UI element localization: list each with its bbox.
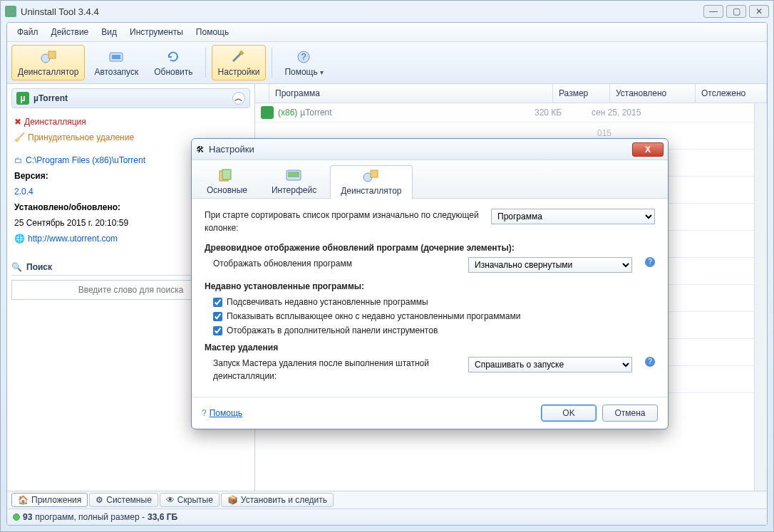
cancel-button[interactable]: Отмена [602, 405, 658, 422]
table-row[interactable]: (x86) µTorrent 320 КБ сен 25, 2015 [255, 103, 754, 122]
chk-highlight[interactable]: Подсвечивать недавно установленные прогр… [213, 296, 655, 308]
titlebar[interactable]: Uninstall Tool 3.4.4 — ▢ ✕ [1, 1, 773, 22]
toolbar-separator [205, 48, 206, 78]
tab-install-track[interactable]: 📦Установить и следить [221, 493, 334, 507]
sidebar-path[interactable]: C:\Program Files (x86)\uTorrent [26, 155, 145, 165]
svg-rect-3 [112, 55, 120, 59]
maximize-button[interactable]: ▢ [726, 5, 746, 18]
window-title: Uninstall Tool 3.4.4 [21, 6, 703, 17]
app-icon [5, 6, 16, 17]
dialog-tabs: Основные Интерфейс Деинсталлятор [192, 160, 668, 199]
version-label: Версия: [14, 171, 48, 181]
wizard-select[interactable]: Спрашивать о запуске [468, 357, 632, 372]
chk-extra-panel[interactable]: Отображать в дополнительной панели инстр… [213, 324, 655, 337]
help-link-icon: ? [202, 408, 207, 418]
hidden-icon: 👁 [166, 495, 175, 505]
col-installed[interactable]: Установлено [610, 84, 696, 103]
ok-button[interactable]: OK [541, 405, 597, 422]
col-size[interactable]: Размер [553, 84, 610, 103]
row-size: 320 КБ [535, 108, 592, 118]
status-mid: программ, полный размер - [35, 512, 145, 522]
sidebar-header[interactable]: µ µTorrent ︿ [11, 88, 250, 108]
collapse-icon[interactable]: ︿ [232, 92, 245, 105]
toolbar: Деинсталлятор Автозапуск Обновить Настро… [7, 42, 767, 84]
status-led-icon [13, 513, 20, 521]
menu-file[interactable]: Файл [11, 26, 44, 38]
menu-tools[interactable]: Инструменты [124, 26, 189, 38]
sort-select[interactable]: Программа [491, 209, 655, 224]
col-tracked[interactable]: Отслежено [696, 84, 767, 103]
toolbar-autorun[interactable]: Автозапуск [88, 45, 145, 80]
dialog-tab-general[interactable]: Основные [196, 165, 258, 198]
dialog-title: Настройки [209, 144, 254, 155]
help-badge-icon[interactable]: ? [645, 257, 655, 267]
globe-icon: 🌐 [14, 234, 25, 244]
toolbar-settings-label: Настройки [218, 67, 260, 77]
toolbar-refresh[interactable]: Обновить [148, 45, 199, 80]
tab-system[interactable]: ⚙Системные [89, 493, 158, 507]
menu-action[interactable]: Действие [46, 26, 95, 38]
statusbar: 93 программ, полный размер - 33,6 ГБ [7, 508, 767, 525]
dialog-close-button[interactable]: X [632, 142, 664, 157]
menu-view[interactable]: Вид [96, 26, 123, 38]
sidebar-url[interactable]: http://www.utorrent.com [28, 234, 118, 244]
dialog-icon: 🛠 [196, 145, 205, 155]
minimize-button[interactable]: — [703, 5, 723, 18]
autorun-icon [106, 48, 126, 66]
tab-hidden[interactable]: 👁Скрытые [160, 493, 220, 507]
gear-icon: ⚙ [96, 495, 103, 505]
help-icon: ? [294, 48, 314, 66]
help-badge-icon-2[interactable]: ? [645, 357, 655, 367]
wizard-label: Запуск Мастера удаления после выполнения… [205, 357, 460, 382]
chk-popup[interactable]: Показывать всплывающее окно с недавно ус… [213, 310, 655, 323]
toolbar-refresh-label: Обновить [154, 67, 192, 77]
tab-applications[interactable]: 🏠Приложения [11, 493, 88, 507]
toolbar-uninstaller-label: Деинсталлятор [18, 67, 78, 77]
menubar: Файл Действие Вид Инструменты Помощь [7, 23, 767, 42]
search-label: Поиск [26, 262, 52, 272]
toolbar-settings[interactable]: Настройки [212, 45, 267, 80]
row-app-icon [261, 106, 274, 119]
broom-icon: 🧹 [14, 132, 25, 142]
svg-rect-1 [48, 51, 56, 58]
tree-select[interactable]: Изначально свернутыми [468, 257, 632, 273]
dialog-help-link[interactable]: Помощь [210, 408, 242, 418]
dialog-titlebar[interactable]: 🛠 Настройки X [192, 139, 668, 160]
track-icon: 📦 [227, 495, 238, 505]
menu-help[interactable]: Помощь [190, 26, 234, 38]
toolbar-uninstaller[interactable]: Деинсталлятор [11, 45, 85, 80]
toolbar-separator-2 [272, 48, 272, 78]
vertical-scrollbar[interactable] [754, 103, 767, 491]
dialog-tab-interface[interactable]: Интерфейс [261, 165, 327, 198]
column-headers: Программа Размер Установлено Отслежено [255, 84, 767, 103]
tree-heading: Древовидное отображение обновлений прогр… [205, 241, 655, 254]
svg-rect-9 [288, 172, 299, 177]
toolbar-help[interactable]: ? Помощь [278, 45, 329, 80]
wizard-heading: Мастер удаления [205, 341, 655, 354]
svg-text:?: ? [301, 52, 306, 62]
uninstaller-icon [38, 48, 58, 66]
dialog-tab-uninstaller[interactable]: Деинсталлятор [330, 165, 412, 199]
col-program[interactable]: Программа [269, 84, 553, 103]
refresh-icon [163, 48, 183, 66]
folder-icon: 🗀 [14, 155, 23, 165]
settings-icon [229, 48, 249, 66]
toolbar-autorun-label: Автозапуск [94, 67, 138, 77]
status-count: 93 [23, 512, 32, 522]
close-button[interactable]: ✕ [749, 5, 769, 18]
svg-rect-11 [371, 170, 378, 177]
sidebar-uninstall[interactable]: Деинсталляция [24, 117, 86, 127]
home-icon: 🏠 [18, 495, 29, 505]
settings-dialog: 🛠 Настройки X Основные Интерфейс Деинста… [191, 138, 669, 429]
row-name: µTorrent [300, 108, 331, 118]
utorrent-icon: µ [16, 92, 29, 105]
uninstall-icon: ✖ [14, 117, 21, 127]
tree-label: Отображать обновления программ [205, 257, 460, 270]
search-icon: 🔍 [11, 262, 22, 272]
sidebar-force-remove[interactable]: Принудительное удаление [28, 132, 134, 142]
recent-heading: Недавно установленные программы: [205, 280, 655, 293]
toolbar-help-label: Помощь [284, 67, 323, 77]
sort-label: При старте сортировать список программ и… [205, 209, 483, 234]
svg-rect-7 [222, 169, 231, 179]
interface-tab-icon [284, 168, 304, 184]
